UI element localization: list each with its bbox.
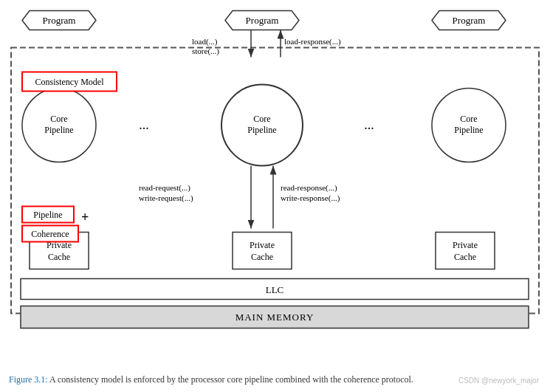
- svg-text:Core: Core: [50, 114, 67, 124]
- svg-text:write-response(...): write-response(...): [281, 193, 340, 203]
- svg-text:read-response(...): read-response(...): [281, 183, 337, 193]
- svg-text:...: ...: [364, 117, 374, 132]
- svg-point-18: [432, 89, 506, 162]
- svg-text:Cache: Cache: [454, 252, 476, 262]
- svg-rect-32: [233, 233, 292, 269]
- svg-text:Program: Program: [246, 15, 279, 26]
- svg-rect-47: [22, 226, 78, 242]
- svg-text:load-response(...): load-response(...): [284, 37, 341, 47]
- watermark: CSDN @newyork_major: [458, 376, 539, 385]
- svg-point-12: [22, 89, 96, 162]
- svg-text:Cache: Cache: [251, 252, 273, 262]
- svg-point-15: [221, 85, 303, 166]
- caption-text: A consistency model is enforced by the p…: [48, 374, 413, 385]
- svg-text:+: +: [81, 210, 89, 224]
- svg-text:Private: Private: [250, 240, 275, 250]
- svg-text:Pipeline: Pipeline: [247, 125, 276, 135]
- svg-text:Private: Private: [453, 240, 478, 250]
- svg-rect-29: [30, 233, 89, 269]
- svg-rect-0: [11, 48, 539, 314]
- svg-rect-44: [22, 207, 74, 223]
- svg-text:Private: Private: [47, 240, 72, 250]
- svg-marker-2: [225, 11, 299, 30]
- svg-text:Coherence: Coherence: [31, 229, 69, 239]
- svg-rect-40: [21, 306, 529, 329]
- svg-text:Core: Core: [253, 114, 270, 124]
- svg-text:Consistency Model: Consistency Model: [35, 77, 105, 87]
- svg-text:Core: Core: [460, 114, 477, 124]
- svg-text:read-request(...): read-request(...): [139, 183, 190, 193]
- svg-text:Pipeline: Pipeline: [454, 125, 483, 135]
- svg-text:Program: Program: [43, 15, 76, 26]
- svg-marker-3: [432, 11, 506, 30]
- svg-text:Pipeline: Pipeline: [33, 210, 62, 220]
- svg-text:...: ...: [139, 117, 149, 132]
- svg-text:store(...): store(...): [192, 47, 219, 56]
- svg-text:load(...): load(...): [192, 37, 218, 47]
- diagram-container: Program Program Program load(...) store(…: [7, 6, 543, 348]
- svg-text:Cache: Cache: [48, 252, 70, 262]
- caption-figure: Figure 3.1:: [9, 374, 48, 385]
- svg-text:LLC: LLC: [266, 284, 284, 295]
- svg-rect-35: [436, 233, 495, 269]
- svg-rect-38: [21, 279, 529, 300]
- svg-text:Pipeline: Pipeline: [44, 125, 73, 135]
- diagram-svg: Program Program Program load(...) store(…: [7, 6, 543, 348]
- svg-text:MAIN MEMORY: MAIN MEMORY: [236, 312, 314, 323]
- svg-marker-1: [22, 11, 96, 30]
- svg-rect-42: [22, 72, 117, 92]
- svg-text:Program: Program: [453, 15, 486, 26]
- svg-text:write-request(...): write-request(...): [139, 193, 193, 203]
